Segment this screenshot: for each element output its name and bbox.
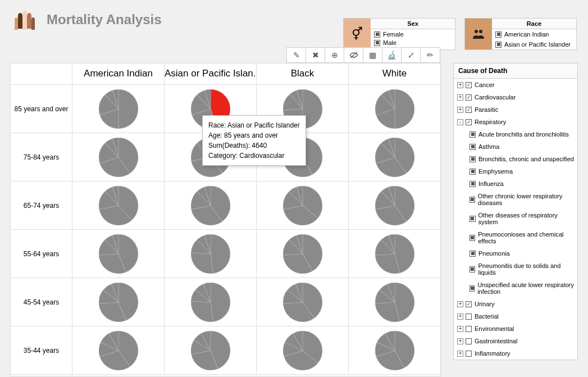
tree-parent-item[interactable]: +Cancer bbox=[454, 79, 577, 91]
tree-label: Other chronic lower respiratory diseases bbox=[478, 193, 574, 206]
checkbox-icon[interactable] bbox=[470, 251, 476, 257]
tree-child-item[interactable]: Other chronic lower respiratory diseases bbox=[454, 190, 577, 209]
tree-child-item[interactable]: Pneumonia bbox=[454, 247, 577, 260]
pie-cell[interactable] bbox=[72, 278, 165, 326]
pie-cell[interactable] bbox=[349, 326, 441, 375]
tree-label: Acute bronchitis and bronchiolitis bbox=[478, 131, 569, 138]
tool-hide[interactable] bbox=[344, 48, 363, 62]
expand-icon[interactable]: + bbox=[457, 338, 463, 344]
pie-cell[interactable] bbox=[72, 181, 165, 230]
sex-filter-panel[interactable]: ⚥ Sex Female Male bbox=[343, 18, 455, 50]
row-header[interactable]: 55-64 years bbox=[11, 230, 72, 278]
pie-cell[interactable] bbox=[349, 133, 441, 181]
checkbox-icon[interactable] bbox=[470, 181, 476, 187]
pie-cell[interactable] bbox=[349, 278, 441, 326]
pie-cell[interactable] bbox=[257, 326, 349, 375]
tree-parent-item[interactable]: +Urinary bbox=[454, 298, 577, 310]
checkbox-icon[interactable] bbox=[466, 338, 472, 344]
row-header[interactable]: 45-54 years bbox=[11, 278, 72, 326]
tree-parent-item[interactable]: +Gastrointestinal bbox=[454, 335, 577, 347]
checkbox-icon[interactable] bbox=[495, 42, 502, 48]
tree-parent-item[interactable]: -Respiratory bbox=[454, 116, 577, 128]
checkbox-icon[interactable] bbox=[466, 107, 472, 113]
checkbox-icon[interactable] bbox=[495, 31, 502, 38]
checkbox-icon[interactable] bbox=[466, 82, 472, 88]
checkbox-icon[interactable] bbox=[470, 156, 476, 162]
tool-marker[interactable]: ✎ bbox=[287, 48, 306, 62]
pie-cell[interactable] bbox=[257, 181, 349, 230]
race-filter-item[interactable]: Asian or Pacific Islander bbox=[492, 39, 576, 49]
tool-expand[interactable]: ⤢ bbox=[402, 48, 421, 62]
tree-child-item[interactable]: Emphysema bbox=[454, 165, 577, 178]
pie-cell[interactable] bbox=[72, 326, 165, 375]
tree-child-item[interactable]: Bronchitis, chronic and unspecified bbox=[454, 153, 577, 165]
svg-point-0 bbox=[475, 30, 478, 33]
tool-microscope[interactable]: 🔬 bbox=[382, 48, 402, 62]
tree-parent-item[interactable]: +Inflammatory bbox=[454, 347, 577, 360]
checkbox-icon[interactable] bbox=[466, 94, 472, 101]
expand-icon[interactable]: + bbox=[457, 314, 463, 320]
tree-child-item[interactable]: Influenza bbox=[454, 178, 577, 190]
sex-filter-item[interactable]: Male bbox=[371, 39, 455, 46]
expand-icon[interactable]: - bbox=[457, 119, 463, 125]
checkbox-icon[interactable] bbox=[374, 40, 380, 46]
row-header[interactable]: 35-44 years bbox=[11, 326, 72, 375]
tree-child-item[interactable]: Pneumonitis due to solids and liquids bbox=[454, 260, 577, 279]
checkbox-icon[interactable] bbox=[470, 197, 475, 203]
checkbox-icon[interactable] bbox=[470, 266, 475, 272]
checkbox-icon[interactable] bbox=[466, 326, 472, 332]
checkbox-icon[interactable] bbox=[470, 169, 476, 175]
pie-cell[interactable] bbox=[72, 85, 165, 133]
tool-edit[interactable]: ✏ bbox=[421, 48, 440, 62]
column-header[interactable]: White bbox=[349, 63, 441, 85]
expand-icon[interactable]: + bbox=[457, 82, 463, 88]
checkbox-icon[interactable] bbox=[470, 216, 476, 222]
expand-icon[interactable]: + bbox=[457, 351, 463, 357]
race-filter-panel[interactable]: Race American Indian Asian or Pacific Is… bbox=[464, 18, 577, 50]
column-header[interactable]: American Indian bbox=[72, 63, 165, 85]
row-header[interactable]: 65-74 years bbox=[11, 181, 72, 230]
pie-cell[interactable] bbox=[349, 230, 441, 278]
pie-cell[interactable] bbox=[72, 133, 165, 181]
checkbox-icon[interactable] bbox=[466, 351, 472, 357]
pie-cell[interactable] bbox=[349, 181, 441, 230]
tree-parent-item[interactable]: +Parasitic bbox=[454, 103, 577, 116]
expand-icon[interactable]: + bbox=[457, 94, 463, 101]
tree-parent-item[interactable]: +Cardiovascular bbox=[454, 91, 577, 103]
checkbox-icon[interactable] bbox=[470, 144, 476, 150]
pie-cell[interactable] bbox=[349, 85, 441, 133]
checkbox-icon[interactable] bbox=[466, 301, 472, 307]
sex-filter-item[interactable]: Female bbox=[371, 29, 455, 39]
tree-child-item[interactable]: Asthma bbox=[454, 140, 577, 153]
tree-parent-item[interactable]: +Environmental bbox=[454, 323, 577, 335]
tree-child-item[interactable]: Unspecified acute lower respiratory infe… bbox=[454, 279, 577, 298]
checkbox-icon[interactable] bbox=[466, 119, 472, 125]
tree-child-item[interactable]: Other diseases of respiratory system bbox=[454, 209, 577, 228]
pie-cell[interactable] bbox=[257, 278, 349, 326]
column-header[interactable]: Black bbox=[257, 63, 349, 85]
pie-cell[interactable] bbox=[165, 326, 257, 375]
checkbox-icon[interactable] bbox=[470, 285, 475, 292]
tool-grid[interactable]: ▦ bbox=[363, 48, 382, 62]
pie-cell[interactable] bbox=[165, 278, 257, 326]
checkbox-icon[interactable] bbox=[374, 31, 380, 38]
pie-cell[interactable] bbox=[165, 181, 257, 230]
expand-icon[interactable]: + bbox=[457, 326, 463, 332]
tool-zoom[interactable]: ⊕ bbox=[325, 48, 344, 62]
race-filter-item[interactable]: American Indian bbox=[492, 29, 576, 39]
tree-child-item[interactable]: Pneumoconioses and chemical effects bbox=[454, 228, 577, 247]
row-header[interactable]: 85 years and over bbox=[11, 85, 72, 133]
checkbox-icon[interactable] bbox=[466, 314, 472, 320]
pie-cell[interactable] bbox=[165, 230, 257, 278]
tool-erase[interactable]: ✖ bbox=[306, 48, 325, 62]
tree-parent-item[interactable]: +Bacterial bbox=[454, 310, 577, 323]
column-header[interactable]: Asian or Pacific Islan.. bbox=[165, 63, 257, 85]
tree-child-item[interactable]: Acute bronchitis and bronchiolitis bbox=[454, 128, 577, 140]
checkbox-icon[interactable] bbox=[470, 235, 475, 241]
row-header[interactable]: 75-84 years bbox=[11, 133, 72, 181]
expand-icon[interactable]: + bbox=[457, 107, 463, 113]
checkbox-icon[interactable] bbox=[470, 131, 476, 138]
pie-cell[interactable] bbox=[257, 230, 349, 278]
pie-cell[interactable] bbox=[72, 230, 165, 278]
expand-icon[interactable]: + bbox=[457, 301, 463, 307]
